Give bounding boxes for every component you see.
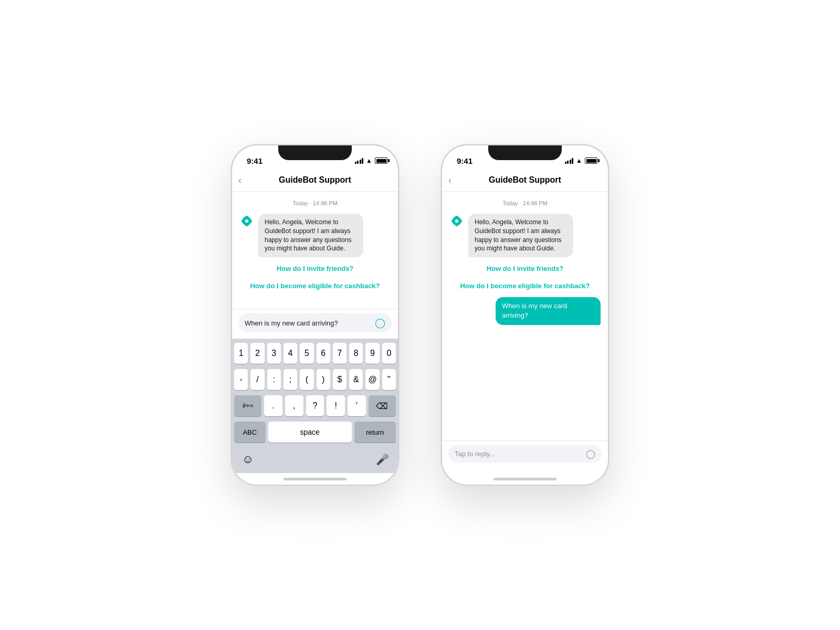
- bot-bubble-2: Hello, Angela, Welcome to GuideBot suppo…: [468, 214, 573, 257]
- reply-icon-2[interactable]: ◯: [586, 449, 595, 459]
- bot-avatar-1: [239, 214, 254, 228]
- signal-icon-2: [565, 158, 574, 164]
- svg-point-1: [455, 219, 458, 223]
- chat-area-1[interactable]: Today · 14:48 PM Hello, Angela, Welcome …: [232, 192, 398, 309]
- status-time-1: 9:41: [247, 156, 262, 165]
- bot-message-row-2: Hello, Angela, Welcome to GuideBot suppo…: [449, 214, 601, 257]
- key-lparen[interactable]: (: [300, 369, 313, 390]
- mic-icon[interactable]: 🎤: [371, 449, 394, 469]
- key-6[interactable]: 6: [317, 343, 330, 364]
- key-numpad[interactable]: #+=: [234, 395, 261, 416]
- wifi-icon-2: ▲: [576, 157, 582, 164]
- power-button-2[interactable]: [608, 219, 609, 250]
- search-send-icon-1[interactable]: ◯: [375, 317, 385, 329]
- key-1[interactable]: 1: [234, 343, 248, 364]
- key-colon[interactable]: :: [267, 369, 281, 390]
- bot-bubble-1: Hello, Angela, Welcome to GuideBot suppo…: [258, 214, 363, 257]
- key-dash[interactable]: -: [234, 369, 248, 390]
- battery-icon-2: [585, 158, 597, 164]
- nav-title-1: GuideBot Support: [279, 175, 351, 185]
- back-button-2[interactable]: ‹: [448, 175, 452, 185]
- key-9[interactable]: 9: [365, 343, 379, 364]
- key-period[interactable]: .: [264, 395, 282, 416]
- key-ampersand[interactable]: &: [349, 369, 363, 390]
- timestamp-2: Today · 14:48 PM: [449, 200, 601, 206]
- phone-1-screen: 9:41 ▲ ‹ GuideBot Support Today ·: [232, 145, 398, 485]
- back-button-1[interactable]: ‹: [238, 175, 242, 185]
- key-return[interactable]: return: [354, 422, 396, 443]
- reply-container-2[interactable]: Tap to reply... ◯: [448, 445, 602, 463]
- home-bar-2: [494, 478, 556, 480]
- keyboard-row-symbols: - / : ; ( ) $ & @ ": [234, 369, 396, 390]
- key-exclaim[interactable]: !: [327, 395, 345, 416]
- bot-icon-1: [240, 215, 253, 227]
- emoji-icon[interactable]: ☺: [236, 449, 259, 469]
- status-icons-1: ▲: [355, 157, 387, 164]
- key-4[interactable]: 4: [284, 343, 297, 364]
- chat-area-2[interactable]: Today · 14:48 PM Hello, Angela, Welcome …: [442, 192, 608, 440]
- user-message-row-2: When is my new card arriving?: [449, 297, 601, 324]
- keyboard-1: 1 2 3 4 5 6 7 8 9 0 - / : ; ( ): [232, 339, 398, 473]
- key-0[interactable]: 0: [382, 343, 396, 364]
- status-icons-2: ▲: [565, 157, 597, 164]
- key-at[interactable]: @: [365, 369, 379, 390]
- power-button[interactable]: [398, 219, 399, 250]
- bot-avatar-2: [449, 214, 464, 228]
- home-indicator-1: [232, 473, 398, 485]
- phone-2-screen: 9:41 ▲ ‹ GuideBot Support Today ·: [442, 145, 608, 485]
- keyboard-row-numbers: 1 2 3 4 5 6 7 8 9 0: [234, 343, 396, 364]
- key-slash[interactable]: /: [250, 369, 264, 390]
- nav-bar-2: ‹ GuideBot Support: [442, 169, 608, 192]
- phone-2: 9:41 ▲ ‹ GuideBot Support Today ·: [441, 144, 609, 486]
- key-3[interactable]: 3: [267, 343, 281, 364]
- input-text-1[interactable]: When is my new card arriving?: [245, 319, 371, 327]
- key-question[interactable]: ?: [306, 395, 324, 416]
- key-dollar[interactable]: $: [333, 369, 346, 390]
- key-space[interactable]: space: [268, 422, 352, 443]
- key-apostrophe[interactable]: ': [348, 395, 366, 416]
- svg-point-0: [245, 219, 248, 223]
- signal-icon-1: [355, 158, 364, 164]
- status-bar-2: 9:41 ▲: [442, 145, 608, 169]
- input-container-1[interactable]: When is my new card arriving? ◯: [238, 313, 392, 332]
- key-2[interactable]: 2: [250, 343, 264, 364]
- key-7[interactable]: 7: [333, 343, 346, 364]
- timestamp-1: Today · 14:48 PM: [239, 200, 391, 206]
- battery-icon-1: [375, 158, 387, 164]
- key-quote[interactable]: ": [382, 369, 396, 390]
- suggestion-2-phone2[interactable]: How do I become eligible for cashback?: [449, 280, 601, 292]
- suggestion-1-phone1[interactable]: How do I invite friends?: [239, 262, 391, 275]
- key-5[interactable]: 5: [300, 343, 313, 364]
- user-message-2: When is my new card arriving?: [496, 297, 601, 324]
- reply-input-area-2: Tap to reply... ◯: [442, 440, 608, 473]
- phones-container: 9:41 ▲ ‹ GuideBot Support Today ·: [231, 144, 609, 486]
- home-indicator-2: [442, 473, 608, 485]
- keyboard-bottom-1: ☺ 🎤: [234, 448, 396, 471]
- key-backspace[interactable]: ⌫: [369, 395, 396, 416]
- keyboard-row-misc: #+= . , ? ! ' ⌫: [234, 395, 396, 416]
- key-abc[interactable]: ABC: [234, 422, 266, 443]
- input-area-1: When is my new card arriving? ◯: [232, 309, 398, 339]
- status-bar-1: 9:41 ▲: [232, 145, 398, 169]
- nav-title-2: GuideBot Support: [489, 175, 561, 185]
- suggestion-1-phone2[interactable]: How do I invite friends?: [449, 262, 601, 275]
- key-comma[interactable]: ,: [285, 395, 303, 416]
- key-8[interactable]: 8: [349, 343, 363, 364]
- suggestion-2-phone1[interactable]: How do I become eligible for cashback?: [239, 280, 391, 292]
- phone-1: 9:41 ▲ ‹ GuideBot Support Today ·: [231, 144, 399, 486]
- reply-placeholder-2[interactable]: Tap to reply...: [455, 450, 582, 458]
- bot-icon-2: [450, 215, 463, 227]
- nav-bar-1: ‹ GuideBot Support: [232, 169, 398, 192]
- home-bar-1: [284, 478, 346, 480]
- wifi-icon-1: ▲: [366, 157, 372, 164]
- key-rparen[interactable]: ): [317, 369, 330, 390]
- bot-message-row-1: Hello, Angela, Welcome to GuideBot suppo…: [239, 214, 391, 257]
- keyboard-row-bottom: ABC space return: [234, 422, 396, 443]
- status-time-2: 9:41: [457, 156, 472, 165]
- key-semicolon[interactable]: ;: [284, 369, 297, 390]
